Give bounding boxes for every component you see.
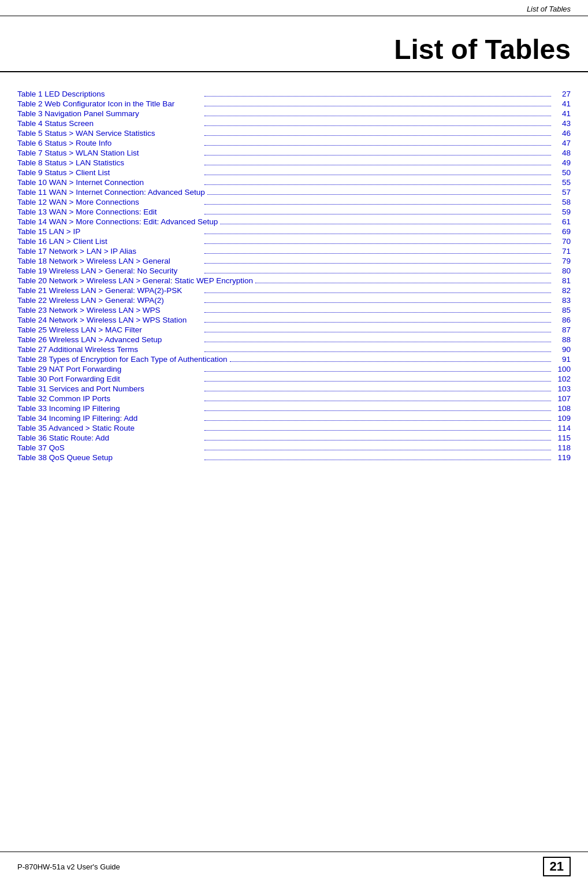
- toc-label: Table 29 NAT Port Forwarding: [17, 365, 202, 373]
- toc-page: 57: [553, 188, 571, 197]
- toc-entry[interactable]: Table 29 NAT Port Forwarding100: [17, 365, 571, 373]
- toc-entry[interactable]: Table 9 Status > Client List50: [17, 168, 571, 177]
- toc-page: 41: [553, 99, 571, 108]
- toc-dots: [204, 430, 551, 431]
- toc-label: Table 27 Additional Wireless Terms: [17, 345, 202, 354]
- toc-entry[interactable]: Table 10 WAN > Internet Connection55: [17, 178, 571, 187]
- toc-entry[interactable]: Table 11 WAN > Internet Connection: Adva…: [17, 188, 571, 197]
- page-container: List of Tables List of Tables Table 1 LE…: [0, 0, 588, 881]
- toc-label: Table 6 Status > Route Info: [17, 139, 202, 147]
- toc-entry[interactable]: Table 5 Status > WAN Service Statistics4…: [17, 129, 571, 138]
- toc-entry[interactable]: Table 31 Services and Port Numbers103: [17, 384, 571, 393]
- toc-label: Table 12 WAN > More Connections: [17, 198, 202, 206]
- toc-entry[interactable]: Table 4 Status Screen43: [17, 119, 571, 128]
- toc-dots: [204, 410, 551, 411]
- toc-label: Table 37 QoS: [17, 443, 202, 452]
- toc-entry[interactable]: Table 26 Wireless LAN > Advanced Setup88: [17, 335, 571, 344]
- toc-entry[interactable]: Table 35 Advanced > Static Route114: [17, 424, 571, 432]
- toc-entry[interactable]: Table 2 Web Configurator Icon in the Tit…: [17, 99, 571, 108]
- toc-entry[interactable]: Table 28 Types of Encryption for Each Ty…: [17, 355, 571, 364]
- main-title-section: List of Tables: [0, 16, 588, 72]
- toc-entry[interactable]: Table 12 WAN > More Connections58: [17, 198, 571, 206]
- toc-label: Table 19 Wireless LAN > General: No Secu…: [17, 266, 202, 275]
- toc-page: 47: [553, 139, 571, 147]
- toc-label: Table 32 Common IP Ports: [17, 394, 202, 403]
- toc-entry[interactable]: Table 13 WAN > More Connections: Edit59: [17, 208, 571, 216]
- toc-label: Table 34 Incoming IP Filtering: Add: [17, 414, 202, 423]
- toc-page: 115: [553, 434, 571, 442]
- content-area: Table 1 LED Descriptions27Table 2 Web Co…: [0, 90, 588, 462]
- toc-page: 59: [553, 208, 571, 216]
- toc-entry[interactable]: Table 30 Port Forwarding Edit102: [17, 375, 571, 383]
- toc-page: 88: [553, 335, 571, 344]
- toc-dots: [204, 420, 551, 421]
- main-title: List of Tables: [17, 34, 571, 65]
- toc-label: Table 15 LAN > IP: [17, 227, 202, 236]
- toc-entry[interactable]: Table 6 Status > Route Info47: [17, 139, 571, 147]
- toc-page: 85: [553, 306, 571, 314]
- toc-entry[interactable]: Table 7 Status > WLAN Station List48: [17, 149, 571, 157]
- toc-entry[interactable]: Table 15 LAN > IP69: [17, 227, 571, 236]
- toc-entry[interactable]: Table 32 Common IP Ports107: [17, 394, 571, 403]
- toc-page: 50: [553, 168, 571, 177]
- toc-label: Table 35 Advanced > Static Route: [17, 424, 202, 432]
- toc-page: 80: [553, 266, 571, 275]
- toc-entry[interactable]: Table 21 Wireless LAN > General: WPA(2)-…: [17, 286, 571, 295]
- toc-page: 58: [553, 198, 571, 206]
- toc-page: 79: [553, 257, 571, 265]
- toc-page: 119: [553, 453, 571, 462]
- toc-label: Table 38 QoS Queue Setup: [17, 453, 202, 462]
- toc-entry[interactable]: Table 17 Network > LAN > IP Alias71: [17, 247, 571, 256]
- toc-dots: [204, 125, 551, 126]
- toc-entry[interactable]: Table 37 QoS118: [17, 443, 571, 452]
- toc-entry[interactable]: Table 24 Network > Wireless LAN > WPS St…: [17, 316, 571, 324]
- toc-page: 109: [553, 414, 571, 423]
- toc-entry[interactable]: Table 36 Static Route: Add115: [17, 434, 571, 442]
- toc-entry[interactable]: Table 19 Wireless LAN > General: No Secu…: [17, 266, 571, 275]
- toc-entry[interactable]: Table 23 Network > Wireless LAN > WPS85: [17, 306, 571, 314]
- toc-dots: [204, 371, 551, 372]
- toc-dots: [204, 351, 551, 352]
- toc-dots: [204, 322, 551, 323]
- toc-label: Table 36 Static Route: Add: [17, 434, 202, 442]
- toc-dots: [204, 145, 551, 146]
- toc-entry[interactable]: Table 22 Wireless LAN > General: WPA(2)8…: [17, 296, 571, 305]
- toc-dots: [204, 135, 551, 136]
- toc-dots: [204, 204, 551, 205]
- toc-page: 69: [553, 227, 571, 236]
- toc-entry[interactable]: Table 18 Network > Wireless LAN > Genera…: [17, 257, 571, 265]
- toc-dots: [204, 401, 551, 401]
- toc-entry[interactable]: Table 1 LED Descriptions27: [17, 90, 571, 98]
- toc-page: 49: [553, 158, 571, 167]
- toc-entry[interactable]: Table 8 Status > LAN Statistics49: [17, 158, 571, 167]
- toc-label: Table 18 Network > Wireless LAN > Genera…: [17, 257, 202, 265]
- toc-dots: [204, 450, 551, 450]
- toc-dots: [220, 224, 551, 224]
- toc-dots: [204, 234, 551, 234]
- toc-entry[interactable]: Table 38 QoS Queue Setup119: [17, 453, 571, 462]
- toc-entry[interactable]: Table 14 WAN > More Connections: Edit: A…: [17, 217, 571, 226]
- toc-dots: [204, 312, 551, 313]
- toc-page: 82: [553, 286, 571, 295]
- toc-entry[interactable]: Table 16 LAN > Client List70: [17, 237, 571, 246]
- toc-entry[interactable]: Table 33 Incoming IP Filtering108: [17, 404, 571, 413]
- toc-dots: [204, 440, 551, 440]
- footer-left: P-870HW-51a v2 User's Guide: [17, 863, 120, 871]
- toc-page: 107: [553, 394, 571, 403]
- toc-dots: [204, 302, 551, 303]
- toc-entry[interactable]: Table 27 Additional Wireless Terms90: [17, 345, 571, 354]
- toc-entry[interactable]: Table 25 Wireless LAN > MAC Filter87: [17, 325, 571, 334]
- toc-label: Table 3 Navigation Panel Summary: [17, 109, 202, 118]
- toc-page: 55: [553, 178, 571, 187]
- toc-entry[interactable]: Table 3 Navigation Panel Summary41: [17, 109, 571, 118]
- toc-entry[interactable]: Table 20 Network > Wireless LAN > Genera…: [17, 276, 571, 285]
- toc-page: 87: [553, 325, 571, 334]
- toc-dots: [204, 253, 551, 254]
- toc-entry[interactable]: Table 34 Incoming IP Filtering: Add109: [17, 414, 571, 423]
- toc-page: 43: [553, 119, 571, 128]
- toc-dots: [204, 381, 551, 382]
- toc-label: Table 30 Port Forwarding Edit: [17, 375, 202, 383]
- toc-label: Table 28 Types of Encryption for Each Ty…: [17, 355, 228, 364]
- toc-label: Table 21 Wireless LAN > General: WPA(2)-…: [17, 286, 202, 295]
- toc-label: Table 31 Services and Port Numbers: [17, 384, 202, 393]
